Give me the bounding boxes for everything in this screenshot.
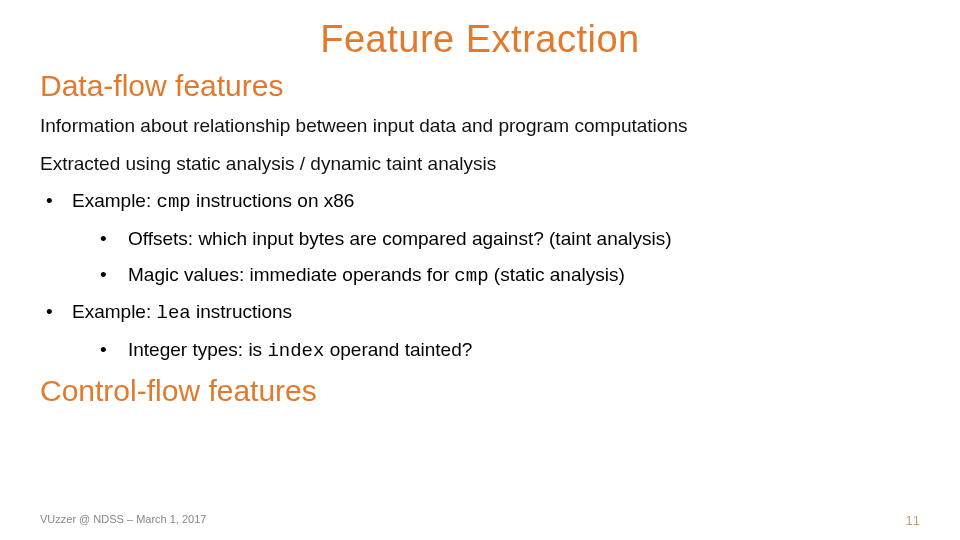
text: instructions — [191, 301, 292, 322]
example-cmp-magic: Magic values: immediate operands for cmp… — [100, 262, 920, 290]
page-number: 11 — [906, 513, 920, 528]
text: instructions on x86 — [191, 190, 355, 211]
body-para-1: Information about relationship between i… — [40, 113, 920, 139]
text: Offsets: which input bytes are compared … — [128, 228, 672, 249]
example-cmp: Example: cmp instructions on x86 — [46, 188, 920, 216]
example-lea: Example: lea instructions — [46, 299, 920, 327]
code-cmp-2: cmp — [454, 265, 488, 287]
example-lea-integer: Integer types: is index operand tainted? — [100, 337, 920, 365]
text: Example: — [72, 301, 156, 322]
code-cmp: cmp — [156, 191, 190, 213]
footer-venue: VUzzer @ NDSS – March 1, 2017 — [40, 513, 206, 528]
body-para-2: Extracted using static analysis / dynami… — [40, 151, 920, 177]
section-heading-controlflow: Control-flow features — [40, 374, 920, 408]
example-cmp-offsets: Offsets: which input bytes are compared … — [100, 226, 920, 252]
text: Magic values: immediate operands for — [128, 264, 454, 285]
section-heading-dataflow: Data-flow features — [40, 69, 920, 103]
slide-title: Feature Extraction — [40, 18, 920, 61]
code-index: index — [267, 340, 324, 362]
text: operand tainted? — [324, 339, 472, 360]
code-lea: lea — [156, 302, 190, 324]
text: (static analysis) — [489, 264, 625, 285]
text: Integer types: is — [128, 339, 267, 360]
text: Example: — [72, 190, 156, 211]
footer: VUzzer @ NDSS – March 1, 2017 11 — [40, 513, 920, 528]
